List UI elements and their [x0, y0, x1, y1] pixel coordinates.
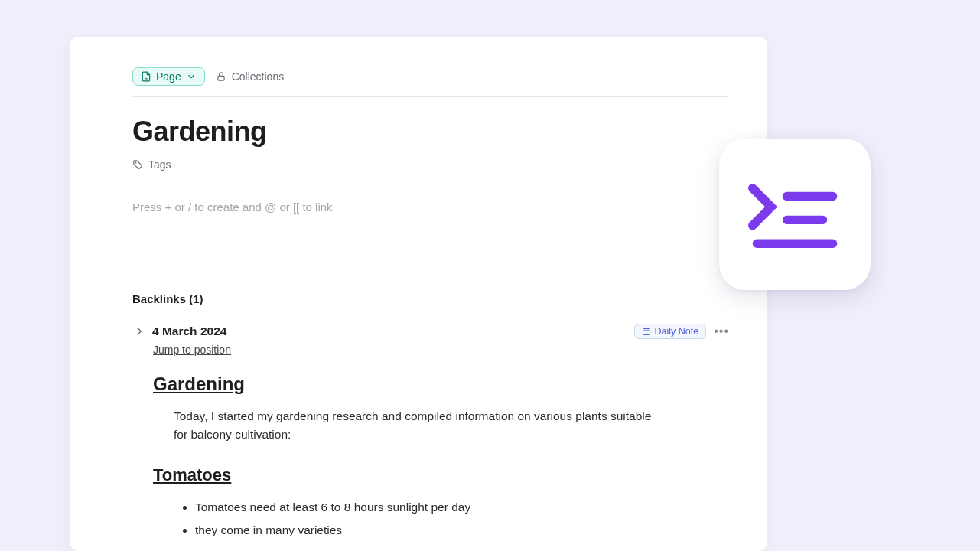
svg-rect-9 [783, 216, 828, 224]
backlink-section-title[interactable]: Gardening [153, 373, 729, 395]
svg-rect-8 [783, 192, 838, 201]
chevron-right-icon[interactable] [132, 324, 146, 338]
page-type-label: Page [156, 70, 181, 83]
svg-point-3 [135, 162, 136, 163]
divider [132, 269, 729, 269]
backlink-subsection-title[interactable]: Tomatoes [153, 465, 729, 485]
backlinks-heading: Backlinks (1) [132, 292, 729, 305]
page-title[interactable]: Gardening [132, 116, 729, 148]
tags-button[interactable]: Tags [132, 158, 171, 171]
app-logo-tile [719, 139, 871, 290]
backlink-list: Tomatoes need at least 6 to 8 hours sunl… [174, 496, 729, 542]
file-icon [141, 71, 151, 82]
tag-icon [132, 159, 143, 170]
more-icon[interactable]: ••• [714, 325, 729, 337]
backlink-item-header: 4 March 2024 Daily Note ••• [132, 324, 729, 339]
page-type-chip[interactable]: Page [132, 67, 205, 86]
daily-note-label: Daily Note [655, 326, 699, 337]
jump-to-position-link[interactable]: Jump to position [153, 344, 231, 356]
chevron-down-icon [186, 71, 197, 82]
page-card: Page Collections Gardening Tags Press + … [70, 37, 767, 551]
svg-rect-10 [753, 240, 838, 248]
svg-rect-4 [643, 329, 650, 335]
list-item: Tomatoes need at least 6 to 8 hours sunl… [195, 496, 729, 519]
calendar-icon [642, 327, 651, 336]
list-item: they come in many varieties [195, 519, 729, 542]
lock-icon [216, 71, 226, 82]
collections-label: Collections [232, 70, 284, 83]
svg-rect-2 [218, 76, 224, 80]
collections-link[interactable]: Collections [216, 70, 284, 83]
page-header: Page Collections [132, 67, 729, 97]
tags-label: Tags [148, 158, 171, 171]
backlink-date[interactable]: 4 March 2024 [152, 324, 226, 338]
editor-placeholder[interactable]: Press + or / to create and @ or [[ to li… [132, 201, 729, 214]
app-logo-icon [745, 176, 845, 253]
daily-note-badge[interactable]: Daily Note [634, 324, 707, 339]
backlink-paragraph: Today, I started my gardening research a… [174, 407, 663, 444]
backlink-content: Gardening Today, I started my gardening … [153, 373, 729, 542]
